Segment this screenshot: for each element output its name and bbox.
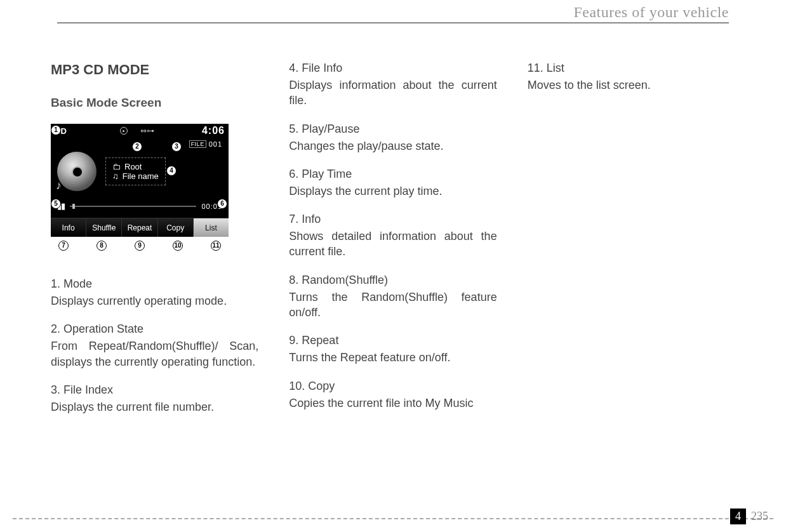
music-file-icon: ♫ xyxy=(112,171,119,181)
item-3: 3. File Index Displays the current file … xyxy=(51,383,258,415)
item-11-title: 11. List xyxy=(528,62,735,75)
callout-7: 7 xyxy=(58,241,69,251)
callout-8: 8 xyxy=(97,241,107,251)
item-8-title: 8. Random(Shuffle) xyxy=(289,274,496,287)
item-1-title: 1. Mode xyxy=(51,277,258,291)
item-2: 2. Operation State From Repeat/Random(Sh… xyxy=(51,323,258,369)
item-7-title: 7. Info xyxy=(289,213,496,226)
cd-art-icon: ♪ xyxy=(57,152,97,191)
page-footer: 4 235 xyxy=(0,518,786,523)
item-5-title: 5. Play/Pause xyxy=(289,123,496,136)
item-1-desc: Displays currently operating mode. xyxy=(51,293,258,309)
item-7: 7. Info Shows detailed information about… xyxy=(289,213,496,260)
item-8-desc: Turns the Random(Shuffle) feature on/off… xyxy=(289,289,496,321)
item-5: 5. Play/Pause Changes the play/pause sta… xyxy=(289,123,496,154)
callout-5: 5 xyxy=(51,199,61,209)
footer-page: 235 xyxy=(746,509,768,524)
item-6-title: 6. Play Time xyxy=(289,168,496,181)
clock-label: 4:06 xyxy=(202,125,225,136)
menu-info[interactable]: Info xyxy=(51,218,86,237)
screenshot-topbar: CD ⇔⊶ 4:06 xyxy=(51,124,229,138)
item-9-title: 9. Repeat xyxy=(289,334,496,347)
item-8: 8. Random(Shuffle) Turns the Random(Shuf… xyxy=(289,274,496,321)
item-10-title: 10. Copy xyxy=(289,380,496,393)
file-info-box: 🗀 Root ♫ File name xyxy=(105,157,166,185)
folder-row: 🗀 Root xyxy=(112,162,159,171)
item-3-title: 3. File Index xyxy=(51,383,258,397)
column-3: 11. List Moves to the list screen. xyxy=(528,62,735,429)
item-9-desc: Turns the Repeat feature on/off. xyxy=(289,350,496,365)
file-name: File name xyxy=(123,171,159,181)
item-10-desc: Copies the current file into My Music xyxy=(289,396,496,411)
callout-4: 4 xyxy=(166,166,177,176)
disc-icon xyxy=(120,127,128,135)
menu-repeat[interactable]: Repeat xyxy=(122,218,157,237)
item-11: 11. List Moves to the list screen. xyxy=(528,62,735,93)
item-4-desc: Displays information about the current f… xyxy=(289,77,496,109)
item-3-desc: Displays the current file number. xyxy=(51,399,258,415)
item-9: 9. Repeat Turns the Repeat feature on/of… xyxy=(289,334,496,365)
screenshot-body: ♪ 🗀 Root ♫ File name xyxy=(57,147,222,196)
item-6: 6. Play Time Displays the current play t… xyxy=(289,168,496,199)
column-2: 4. File Info Displays information about … xyxy=(289,62,496,429)
page-header: Features of your vehicle xyxy=(51,0,735,23)
music-note-icon: ♪ xyxy=(56,179,62,192)
callouts-below-row: 7 8 9 10 11 xyxy=(51,237,229,251)
callout-6: 6 xyxy=(217,199,227,209)
item-7-desc: Shows detailed information about the cur… xyxy=(289,229,496,260)
progress-row: ▮▮ 00:01 xyxy=(57,201,222,211)
item-4-title: 4. File Info xyxy=(289,62,496,75)
item-4: 4. File Info Displays information about … xyxy=(289,62,496,109)
footer-numbers: 4 235 xyxy=(730,509,768,524)
subsection-title: Basic Mode Screen xyxy=(51,96,258,110)
mode-screen-screenshot: 1 2 3 4 5 6 CD ⇔⊶ 4:06 FILE 001 xyxy=(51,124,229,237)
folder-icon: 🗀 xyxy=(112,162,121,171)
usb-icon: ⇔⊶ xyxy=(140,126,154,135)
menu-list[interactable]: List xyxy=(194,218,229,237)
item-10: 10. Copy Copies the current file into My… xyxy=(289,380,496,411)
callout-2: 2 xyxy=(132,142,142,152)
item-6-desc: Displays the current play time. xyxy=(289,183,496,199)
screenshot-menu: Info Shuffle Repeat Copy List xyxy=(51,218,229,237)
callout-3: 3 xyxy=(171,142,182,152)
mode-screen-figure: 1 2 3 4 5 6 CD ⇔⊶ 4:06 FILE 001 xyxy=(51,124,229,251)
folder-name: Root xyxy=(124,162,142,171)
callout-11: 11 xyxy=(211,241,221,251)
item-11-desc: Moves to the list screen. xyxy=(528,77,735,93)
content-columns: MP3 CD MODE Basic Mode Screen 1 2 3 4 5 … xyxy=(51,23,735,429)
footer-rule xyxy=(13,518,773,519)
section-title: MP3 CD MODE xyxy=(51,62,258,78)
callout-1: 1 xyxy=(51,125,61,135)
footer-chapter: 4 xyxy=(730,509,746,524)
progress-bar xyxy=(70,206,196,207)
manual-page: Features of your vehicle MP3 CD MODE Bas… xyxy=(0,0,786,532)
header-title: Features of your vehicle xyxy=(51,4,729,21)
menu-copy[interactable]: Copy xyxy=(158,218,194,237)
item-5-desc: Changes the play/pause state. xyxy=(289,138,496,154)
item-1: 1. Mode Displays currently operating mod… xyxy=(51,277,258,309)
callout-10: 10 xyxy=(173,241,183,251)
column-1: MP3 CD MODE Basic Mode Screen 1 2 3 4 5 … xyxy=(51,62,258,429)
item-2-title: 2. Operation State xyxy=(51,323,258,336)
item-2-desc: From Repeat/Random(Shuffle)/ Scan, displ… xyxy=(51,338,258,369)
menu-shuffle[interactable]: Shuffle xyxy=(86,218,122,237)
callout-9: 9 xyxy=(135,241,145,251)
file-row: ♫ File name xyxy=(112,171,159,181)
